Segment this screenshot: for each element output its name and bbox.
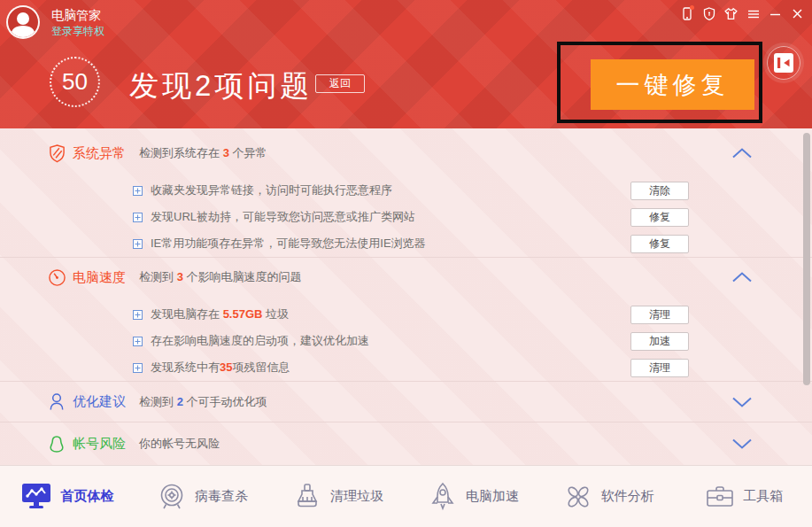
- nav-software-analysis[interactable]: 软件分析: [541, 466, 677, 527]
- section-title: 帐号风险: [73, 436, 126, 453]
- fix-button[interactable]: 修复: [630, 235, 689, 253]
- expand-plus-icon[interactable]: [133, 239, 143, 249]
- fix-button[interactable]: 修复: [630, 208, 689, 227]
- person-icon: [47, 392, 66, 411]
- clean-button[interactable]: 清理: [630, 306, 689, 324]
- notification-dot: [690, 5, 694, 10]
- section-optimize-suggestions: 优化建议 检测到 2 个可手动优化项: [0, 382, 812, 422]
- issue-list: 发现电脑存在 5.57GB 垃圾 清理 存在影响电脑速度的启动项，建议优化加速 …: [0, 301, 812, 381]
- nav-label: 软件分析: [601, 488, 654, 505]
- nav-virus-scan[interactable]: 病毒查杀: [135, 466, 271, 527]
- summary-post: 个可手动优化项: [183, 395, 267, 408]
- skin-shirt-icon[interactable]: [723, 6, 739, 21]
- scan-results: 系统异常 检测到系统存在 3 个异常 收藏夹发现异常链接，访问时可能执行恶意程序…: [0, 128, 812, 465]
- section-system-abnormal: 系统异常 检测到系统存在 3 个异常 收藏夹发现异常链接，访问时可能执行恶意程序…: [0, 128, 812, 258]
- summary-count: 2: [177, 395, 183, 408]
- summary-pre: 检测到: [139, 270, 177, 283]
- collapse-panel-icon: [774, 53, 793, 73]
- scrollbar-thumb[interactable]: [803, 133, 810, 385]
- issue-text-pre: 发现系统中有: [151, 360, 220, 374]
- chevron-down-icon[interactable]: [731, 396, 753, 407]
- issue-text-post: 项残留信息: [232, 360, 290, 374]
- issue-row: IE常用功能项存在异常，可能导致您无法使用IE浏览器 修复: [0, 230, 812, 257]
- nav-clean-junk[interactable]: 清理垃圾: [271, 466, 406, 527]
- section-header: 系统异常 检测到系统存在 3 个异常: [0, 141, 812, 166]
- issue-text-post: 垃圾: [262, 307, 289, 321]
- expand-plus-icon[interactable]: [133, 363, 143, 373]
- shield-icon[interactable]: [701, 6, 716, 21]
- summary-pre: 检测到: [139, 395, 177, 408]
- chevron-up-icon[interactable]: [731, 272, 753, 283]
- section-header: 电脑速度 检测到 3 个影响电脑速度的问题: [0, 265, 812, 290]
- issue-row: 发现系统中有35项残留信息 清理: [0, 354, 812, 381]
- section-summary: 检测到 2 个可手动优化项: [139, 394, 267, 410]
- issue-text: 发现系统中有35项残留信息: [151, 360, 290, 376]
- summary-post: 个异常: [229, 146, 267, 159]
- nav-label: 工具箱: [743, 488, 783, 505]
- issue-row: 收藏夹发现异常链接，访问时可能执行恶意程序 清除: [0, 177, 812, 204]
- minimize-icon[interactable]: [768, 6, 783, 21]
- health-score: 50: [50, 57, 100, 107]
- chevron-up-icon[interactable]: [731, 148, 753, 159]
- issue-text: 发现电脑存在 5.57GB 垃圾: [151, 306, 289, 322]
- speedometer-icon: [47, 268, 66, 287]
- nav-toolbox[interactable]: 工具箱: [677, 466, 812, 527]
- page-title: 发现2项问题: [129, 66, 313, 106]
- issue-text-highlight: 35: [220, 360, 232, 374]
- window-controls: [679, 6, 805, 21]
- summary-post: 个影响电脑速度的问题: [183, 270, 302, 283]
- summary-pre: 检测到系统存在: [139, 146, 223, 159]
- virus-scan-icon: [158, 483, 186, 511]
- section-title: 系统异常: [73, 145, 126, 162]
- issue-list: 收藏夹发现异常链接，访问时可能执行恶意程序 清除 发现URL被劫持，可能导致您访…: [0, 177, 812, 257]
- nav-home-checkup[interactable]: 首页体检: [0, 466, 135, 527]
- close-icon[interactable]: [790, 6, 805, 21]
- section-title: 优化建议: [73, 393, 126, 410]
- back-button[interactable]: 返回: [315, 74, 365, 93]
- nav-label: 电脑加速: [466, 488, 519, 505]
- expand-plus-icon[interactable]: [133, 310, 143, 320]
- section-summary: 检测到系统存在 3 个异常: [139, 145, 267, 161]
- expand-plus-icon[interactable]: [133, 213, 143, 222]
- section-summary: 你的帐号无风险: [139, 436, 220, 452]
- one-click-fix-button[interactable]: 一键修复: [591, 59, 754, 110]
- nav-pc-speedup[interactable]: 电脑加速: [406, 466, 541, 527]
- app-window: 电脑管家 登录享特权: [0, 0, 812, 527]
- issue-text-pre: 发现电脑存在: [151, 307, 223, 321]
- nav-label: 清理垃圾: [330, 488, 383, 505]
- section-header: 帐号风险 你的帐号无风险: [0, 422, 812, 465]
- speedup-button[interactable]: 加速: [630, 332, 689, 351]
- phone-icon[interactable]: [679, 6, 694, 21]
- issue-text: 存在影响电脑速度的启动项，建议优化加速: [151, 333, 369, 349]
- rocket-icon: [429, 482, 457, 512]
- section-header: 优化建议 检测到 2 个可手动优化项: [0, 382, 812, 422]
- issue-text-pre: 发现URL被劫持，可能导致您访问恶意或推广类网站: [151, 210, 415, 223]
- toolbox-icon: [706, 484, 734, 509]
- issue-row: 发现URL被劫持，可能导致您访问恶意或推广类网站 修复: [0, 204, 812, 230]
- section-account-risk: 帐号风险 你的帐号无风险: [0, 422, 812, 465]
- clean-button[interactable]: 清理: [630, 359, 689, 377]
- clear-button[interactable]: 清除: [630, 182, 689, 200]
- menu-icon[interactable]: [746, 6, 761, 21]
- penguin-icon: [47, 435, 66, 453]
- summary-count: 3: [177, 270, 183, 283]
- broom-icon: [293, 483, 321, 511]
- sidebar-collapse-button[interactable]: [767, 46, 800, 80]
- section-title: 电脑速度: [73, 269, 126, 286]
- chevron-down-icon[interactable]: [731, 438, 753, 450]
- nav-label: 病毒查杀: [195, 488, 248, 505]
- section-pc-speed: 电脑速度 检测到 3 个影响电脑速度的问题 发现电脑存在 5.57GB 垃圾 清…: [0, 258, 812, 382]
- issue-text-pre: 收藏夹发现异常链接，访问时可能执行恶意程序: [151, 183, 392, 197]
- bottom-nav: 首页体检 病毒查杀 清理垃圾: [0, 465, 812, 527]
- login-link[interactable]: 登录享特权: [51, 24, 104, 39]
- avatar[interactable]: [6, 5, 40, 39]
- app-title: 电脑管家: [51, 8, 101, 24]
- expand-plus-icon[interactable]: [133, 337, 143, 346]
- issue-text: 发现URL被劫持，可能导致您访问恶意或推广类网站: [151, 209, 415, 225]
- issue-text: IE常用功能项存在异常，可能导致您无法使用IE浏览器: [151, 236, 426, 252]
- expand-plus-icon[interactable]: [133, 186, 143, 196]
- issue-text-pre: IE常用功能项存在异常，可能导致您无法使用IE浏览器: [151, 236, 426, 250]
- user-silhouette-icon: [8, 7, 38, 37]
- pinwheel-icon: [564, 483, 592, 511]
- issue-text-highlight: 5.57GB: [223, 307, 263, 321]
